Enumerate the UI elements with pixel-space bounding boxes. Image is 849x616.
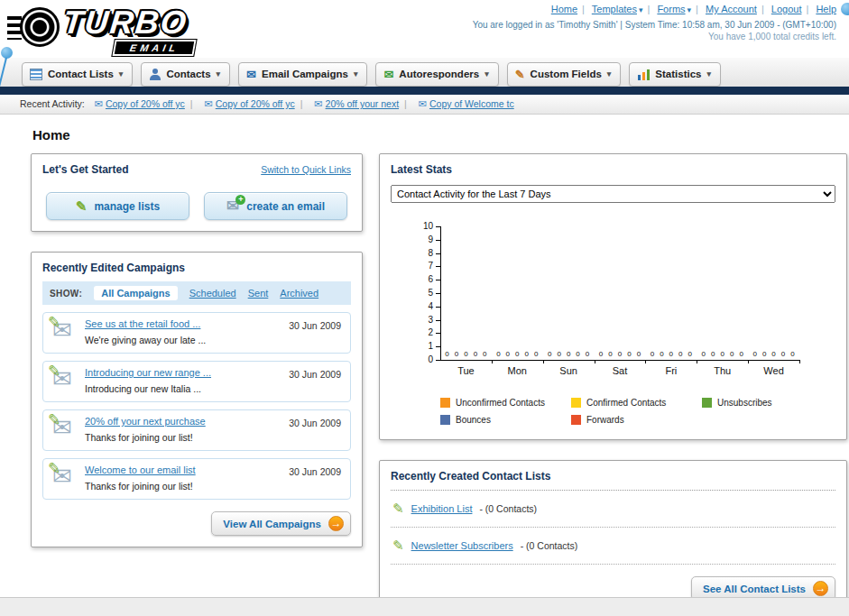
envelope-pencil-icon: ✉✎	[51, 417, 79, 442]
email-campaigns-icon: ✉	[246, 69, 256, 80]
top-link-forms[interactable]: Forms▾	[657, 4, 691, 14]
plus-icon: +	[235, 195, 245, 205]
chevron-down-icon: ▾	[354, 69, 358, 78]
recent-activity-link[interactable]: Copy of Welcome tc	[429, 98, 514, 109]
envelope-icon: ✉	[205, 98, 213, 109]
y-tick-mark	[436, 346, 440, 347]
tab-label: Statistics	[655, 69, 701, 79]
y-tick-mark	[436, 333, 440, 334]
campaign-row[interactable]: ✉✎ See us at the retail food ... We're g…	[42, 312, 351, 354]
campaign-row[interactable]: ✉✎ Welcome to our email list Thanks for …	[42, 458, 351, 500]
contact-list-link[interactable]: Exhibition List	[411, 503, 473, 514]
filter-archived[interactable]: Archived	[280, 288, 318, 299]
campaign-subtitle: Introducing our new Italia ...	[85, 383, 201, 394]
y-tick-label: 3	[397, 315, 433, 325]
contact-activity-chart: 01234567891000000Tue00000Mon00000Sun0000…	[391, 217, 835, 385]
x-tick-mark	[492, 360, 493, 363]
stats-period-select[interactable]: Contact Activity for the Last 7 Days	[391, 185, 835, 203]
x-tick-mark	[748, 360, 749, 363]
y-tick-mark	[436, 240, 440, 241]
stats-title: Latest Stats	[391, 163, 835, 176]
top-link-my-account[interactable]: My Account	[706, 4, 757, 14]
recent-activity-item: ✉Copy of 20% off yc	[205, 98, 309, 109]
tab-contacts[interactable]: Contacts ▾	[141, 62, 230, 87]
envelope-icon: ✉	[419, 98, 427, 109]
contact-list-count: - (0 Contacts)	[521, 540, 578, 551]
campaign-title-link[interactable]: See us at the retail food ...	[85, 318, 272, 329]
contact-lists-title: Recently Created Contact Lists	[391, 470, 835, 483]
page-title: Home	[32, 127, 824, 143]
contact-list-link[interactable]: Newsletter Subscribers	[411, 540, 513, 551]
chevron-down-icon: ▾	[217, 69, 221, 78]
campaign-title-link[interactable]: 20% off your next purchase	[85, 416, 272, 427]
tab-autoresponders[interactable]: ✉ Autoresponders ▾	[375, 62, 498, 87]
y-tick-label: 10	[397, 221, 433, 231]
recent-contact-lists-panel: Recently Created Contact Lists ✎ Exhibit…	[379, 460, 847, 612]
tab-label: Email Campaigns	[262, 69, 348, 79]
tab-statistics[interactable]: Statistics ▾	[629, 62, 721, 87]
envelope-pencil-icon: ✉✎	[51, 465, 79, 491]
show-label: SHOW:	[50, 289, 82, 299]
campaign-title-link[interactable]: Welcome to our email list	[85, 464, 272, 475]
corner-dot-decoration	[841, 3, 849, 15]
contact-list-row[interactable]: ✎ Exhibition List - (0 Contacts)	[391, 491, 835, 528]
bar-value-labels: 00000	[697, 350, 748, 358]
x-category-label: Tue	[440, 365, 492, 376]
legend-item: Unsubscribes	[702, 398, 833, 408]
tab-custom-fields[interactable]: ✎ Custom Fields ▾	[507, 62, 622, 87]
legend-swatch	[440, 398, 450, 408]
campaign-title-link[interactable]: Introducing our new range ...	[85, 367, 272, 378]
envelope-icon: ✉	[95, 98, 103, 109]
recent-activity-link[interactable]: Copy of 20% off yc	[216, 98, 295, 109]
y-tick-label: 7	[397, 261, 433, 271]
manage-lists-button[interactable]: ✎ manage lists	[46, 192, 189, 220]
create-email-button[interactable]: ✉+ create an email	[204, 192, 347, 220]
legend-item: Unconfirmed Contacts	[440, 398, 571, 408]
view-all-campaigns-button[interactable]: View All Campaigns →	[211, 511, 351, 536]
contact-list-row[interactable]: ✎ Newsletter Subscribers - (0 Contacts)	[391, 528, 835, 565]
tab-contact-lists[interactable]: Contact Lists ▾	[22, 62, 133, 87]
recent-activity-link[interactable]: 20% off your next	[326, 98, 400, 109]
tab-email-campaigns[interactable]: ✉ Email Campaigns ▾	[238, 62, 367, 87]
filter-scheduled[interactable]: Scheduled	[189, 288, 236, 299]
y-tick-label: 8	[397, 248, 433, 258]
switch-quick-links-link[interactable]: Switch to Quick Links	[261, 164, 351, 175]
top-link-home[interactable]: Home	[551, 4, 577, 14]
legend-swatch	[571, 415, 581, 425]
statistics-icon	[637, 69, 650, 80]
bar-value-labels: 00000	[645, 350, 697, 358]
arrow-right-icon: →	[813, 581, 828, 596]
turbo-email-logo[interactable]: TURBO EMAIL	[7, 2, 242, 56]
bar-value-labels: 00000	[492, 350, 543, 358]
y-tick-label: 4	[397, 301, 433, 311]
top-link-help[interactable]: Help	[816, 4, 836, 14]
chevron-down-icon: ▾	[639, 5, 643, 14]
contact-lists-icon	[30, 69, 42, 80]
chevron-down-icon: ▾	[484, 69, 489, 78]
navy-divider	[0, 87, 849, 95]
campaign-row[interactable]: ✉✎ Introducing our new range ... Introdu…	[42, 361, 351, 402]
filter-sent[interactable]: Sent	[248, 288, 269, 299]
campaign-row[interactable]: ✉✎ 20% off your next purchase Thanks for…	[42, 409, 351, 451]
x-category-label: Thu	[697, 365, 748, 376]
top-link-logout[interactable]: Logout	[771, 4, 802, 14]
campaign-date: 30 Jun 2009	[289, 320, 341, 331]
credits-info: You have 1,000 total credits left.	[473, 32, 836, 41]
x-category-label: Fri	[645, 365, 697, 376]
y-tick-mark	[436, 307, 440, 308]
y-tick-label: 5	[397, 288, 433, 298]
top-link-templates[interactable]: Templates▾	[592, 4, 643, 14]
login-info: You are logged in as 'Timothy Smith' | S…	[473, 20, 836, 30]
chart-legend: Unconfirmed ContactsConfirmed ContactsUn…	[440, 398, 835, 425]
recent-activity-link[interactable]: Copy of 20% off yc	[106, 98, 185, 109]
tab-label: Contact Lists	[48, 69, 114, 79]
envelope-plus-icon: ✉+	[226, 198, 239, 214]
pencil-icon: ✎	[76, 198, 88, 215]
y-tick-label: 6	[397, 274, 433, 284]
arrow-right-icon: →	[328, 516, 344, 531]
x-tick-mark	[543, 360, 544, 363]
speedometer-icon	[20, 7, 60, 47]
filter-all-campaigns[interactable]: All Campaigns	[94, 286, 177, 300]
y-tick-label: 9	[397, 234, 433, 244]
campaigns-filterbar: SHOW: All Campaigns Scheduled Sent Archi…	[42, 281, 351, 305]
